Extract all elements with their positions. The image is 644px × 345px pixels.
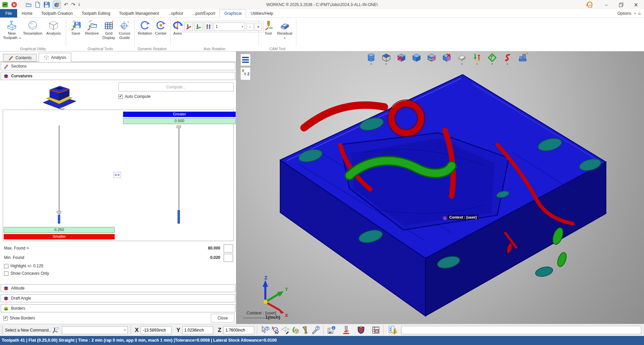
postprocessor-shield-button[interactable]	[356, 325, 366, 335]
machine-simulation-button[interactable]	[517, 53, 528, 66]
sections-header[interactable]: Sections	[1, 62, 235, 70]
command-input-field[interactable]	[401, 326, 641, 334]
redo-icon[interactable]: ↷	[71, 2, 76, 8]
save-icon[interactable]	[44, 2, 50, 8]
xyz-axes-button[interactable]: X YZ	[240, 67, 251, 80]
undo-icon[interactable]: ↶	[64, 2, 68, 8]
delete-entities-button[interactable]	[442, 53, 452, 66]
curvatures-header[interactable]: Curvatures	[1, 72, 235, 80]
scale-lower-value[interactable]: 0.250	[4, 227, 115, 233]
show-concaves-row[interactable]: Show Concaves Only	[4, 271, 49, 276]
auto-compute-checkbox[interactable]	[118, 94, 123, 99]
ribbon-restore-view[interactable]: Restore	[83, 20, 101, 36]
close-document-icon[interactable]	[11, 2, 17, 8]
show-borders-row[interactable]: Show Borders	[3, 316, 35, 320]
show-concaves-checkbox[interactable]	[4, 271, 8, 276]
scale-upper-value[interactable]: 0.500	[123, 118, 236, 124]
z-coordinate-field[interactable]	[223, 326, 254, 334]
show-borders-checkbox[interactable]	[3, 316, 8, 320]
altitude-header[interactable]: Altitude	[1, 284, 235, 292]
ribbon-tool[interactable]: Tool	[261, 20, 275, 36]
close-button[interactable]: ×	[629, 0, 643, 9]
ribbon-cursor-guide[interactable]: Cursor Guide	[117, 20, 132, 40]
surface-select-button[interactable]	[280, 325, 290, 335]
pen-help-button[interactable]: ?	[310, 325, 320, 335]
tab-graphical[interactable]: Graphical	[220, 9, 246, 18]
draft-angle-header[interactable]: Draft Angle	[1, 294, 235, 302]
max-found-box[interactable]	[224, 244, 233, 253]
open-folder-icon[interactable]	[26, 2, 32, 8]
tool-spark-button[interactable]	[341, 325, 351, 335]
cube-faces-view-button[interactable]: ▾	[381, 53, 391, 66]
rotate-y-button[interactable]	[194, 22, 203, 31]
collapse-ribbon-icon[interactable]: ⌂	[638, 11, 641, 16]
tab-toolpath-management[interactable]: Toolpath Management	[115, 9, 163, 17]
options-button[interactable]: Options	[617, 11, 631, 16]
cloud-sync-icon[interactable]	[585, 1, 594, 8]
compute-button[interactable]: Compute...	[118, 82, 234, 91]
ribbon-center[interactable]: Center	[154, 20, 168, 36]
right-slider-track[interactable]	[178, 125, 180, 224]
table-form-button[interactable]	[371, 325, 381, 335]
x-coordinate-field[interactable]	[141, 326, 172, 334]
y-coordinate-field[interactable]	[182, 326, 213, 334]
scale-greater-bar[interactable]: Greater	[123, 112, 236, 117]
customize-toolbar-icon[interactable]: ▾	[78, 3, 80, 6]
left-slider-handle[interactable]	[57, 211, 61, 214]
toolbar-grip[interactable]	[2, 326, 3, 335]
tab-utilities-help[interactable]: Utilities/Help	[246, 9, 277, 17]
caliper-measure-button[interactable]	[300, 325, 310, 335]
tab-file[interactable]: File	[0, 9, 17, 17]
tab-import-export[interactable]: ...port/Export	[188, 9, 220, 17]
viewport-3d[interactable]: X YZ ▾ ▾ ▾ ▾ ▾ ▾ Context : [user]	[236, 51, 644, 324]
ribbon-axes[interactable]: Axes	[173, 20, 183, 36]
point-select-button[interactable]	[270, 325, 280, 335]
scale-smaller-bar[interactable]: Smaller	[4, 234, 115, 239]
tab-contents[interactable]: Contents	[3, 54, 37, 62]
palette-arrow-button[interactable]	[290, 325, 300, 335]
min-found-box[interactable]	[224, 254, 233, 262]
tab-analysis[interactable]: Analysis	[39, 53, 71, 62]
worknc-edit-icon[interactable]	[53, 1, 61, 9]
checklist-lightning-button[interactable]	[386, 325, 399, 335]
ribbon-analysis[interactable]: Analysis	[44, 20, 63, 36]
refresh-entities-button[interactable]	[426, 53, 437, 66]
right-slider-thumb[interactable]	[178, 210, 180, 224]
step-minus-button[interactable]: -	[246, 23, 254, 31]
minimize-button[interactable]: –	[600, 0, 613, 9]
left-slider-track[interactable]	[59, 125, 60, 224]
info-workzone-button[interactable]: iWZ	[326, 325, 336, 335]
auto-compute-row[interactable]: Auto Compute	[118, 94, 151, 99]
pointer-help-button[interactable]: ?	[260, 325, 270, 335]
right-slider-handle[interactable]	[177, 125, 181, 128]
ribbon-residual[interactable]: Residual ▾	[275, 20, 294, 40]
ribbon-rotation[interactable]: Rotation	[137, 20, 154, 36]
tab-home[interactable]: Home	[17, 9, 37, 17]
ribbon-new-toolpath[interactable]: New Toolpath ▾	[2, 20, 22, 40]
ribbon-grid-display[interactable]: Grid Display	[101, 20, 117, 40]
model-3d[interactable]	[236, 51, 644, 324]
restore-button[interactable]	[614, 0, 628, 9]
link-sliders-button[interactable]: ⊕⊕	[113, 172, 121, 178]
toolpath-links-button[interactable]: ▾	[472, 53, 482, 66]
rotation-step-combo[interactable]: 1 ▾	[214, 23, 245, 31]
highlight-checkbox[interactable]	[4, 264, 8, 268]
stock-model-button[interactable]: ▾	[457, 53, 467, 66]
hide-entities-button[interactable]	[396, 53, 407, 66]
left-slider-thumb[interactable]	[58, 215, 60, 224]
tab-shopfloor[interactable]: ...opfloor	[163, 9, 188, 17]
highlight-row[interactable]: Highlight +/- 0.125	[4, 264, 43, 268]
guide-curves-button[interactable]: ▾	[502, 53, 513, 66]
new-document-icon[interactable]	[35, 2, 41, 8]
cylinder-view-button[interactable]: ▾	[366, 53, 376, 66]
show-entities-button[interactable]	[411, 53, 422, 66]
tab-toolpath-editing[interactable]: Toolpath Editing	[77, 9, 114, 17]
rotate-x-button[interactable]	[184, 22, 193, 31]
boundary-curves-button[interactable]: ▾	[487, 53, 497, 66]
command-combo[interactable]: ▾	[62, 326, 128, 334]
chevron-down-icon[interactable]: ▾	[634, 12, 636, 15]
viewport-menu-button[interactable]	[240, 54, 251, 66]
ribbon-tesselation[interactable]: Tesselation	[22, 20, 44, 36]
ribbon-save-view[interactable]: Save	[68, 20, 83, 36]
tab-toolpath-creation[interactable]: Toolpath Creation	[37, 9, 77, 17]
